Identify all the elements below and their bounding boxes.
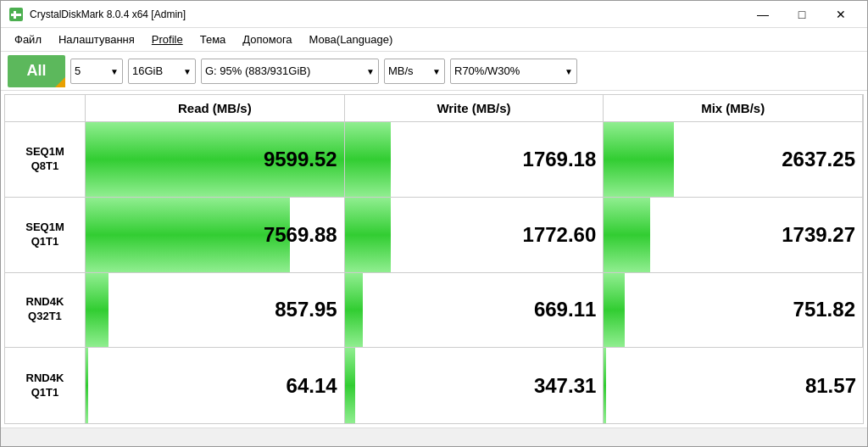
maximize-button[interactable]: □ xyxy=(782,1,821,28)
count-dropdown[interactable]: 5 ▼ xyxy=(70,59,123,84)
all-button[interactable]: All xyxy=(8,55,65,87)
size-chevron-icon: ▼ xyxy=(183,66,192,75)
header-write: Write (MB/s) xyxy=(345,95,604,122)
row-label-seq1m-q1t1: SEQ1MQ1T1 xyxy=(5,198,86,273)
header-read: Read (MB/s) xyxy=(86,95,345,122)
cell-rnd4k-q32t1-write: 669.11 xyxy=(345,273,604,349)
drive-dropdown[interactable]: G: 95% (883/931GiB) ▼ xyxy=(201,59,379,84)
app-window: CrystalDiskMark 8.0.4 x64 [Admin] — □ ✕ … xyxy=(0,0,868,447)
menu-settings[interactable]: Налаштування xyxy=(52,31,142,48)
unit-chevron-icon: ▼ xyxy=(432,66,441,75)
main-content: Read (MB/s) Write (MB/s) Mix (MB/s) SEQ1… xyxy=(1,91,867,427)
menubar: Файл Налаштування Profile Тема Допомога … xyxy=(1,28,867,52)
header-empty xyxy=(5,95,86,122)
header-mix: Mix (MB/s) xyxy=(604,95,863,122)
row-label-rnd4k-q32t1: RND4KQ32T1 xyxy=(5,273,86,349)
drive-chevron-icon: ▼ xyxy=(366,66,375,75)
cell-rnd4k-q1t1-write: 347.31 xyxy=(345,348,604,423)
titlebar: CrystalDiskMark 8.0.4 x64 [Admin] — □ ✕ xyxy=(1,1,867,28)
window-title: CrystalDiskMark 8.0.4 x64 [Admin] xyxy=(30,8,743,20)
menu-file[interactable]: Файл xyxy=(8,31,48,48)
results-table: Read (MB/s) Write (MB/s) Mix (MB/s) SEQ1… xyxy=(4,94,864,424)
profile-chevron-icon: ▼ xyxy=(565,66,573,75)
count-chevron-icon: ▼ xyxy=(110,66,119,75)
app-icon xyxy=(8,6,25,23)
cell-rnd4k-q32t1-read: 857.95 xyxy=(86,273,345,349)
cell-seq1m-q8t1-write: 1769.18 xyxy=(345,122,604,198)
minimize-button[interactable]: — xyxy=(743,1,782,28)
window-controls: — □ ✕ xyxy=(743,1,860,28)
cell-rnd4k-q1t1-read: 64.14 xyxy=(86,348,345,423)
cell-rnd4k-q1t1-mix: 81.57 xyxy=(604,348,863,423)
statusbar xyxy=(1,427,867,446)
cell-seq1m-q8t1-read: 9599.52 xyxy=(86,122,345,198)
cell-rnd4k-q32t1-mix: 751.82 xyxy=(604,273,863,349)
row-label-rnd4k-q1t1: RND4KQ1T1 xyxy=(5,348,86,423)
row-label-seq1m-q8t1: SEQ1MQ8T1 xyxy=(5,122,86,198)
menu-help[interactable]: Допомога xyxy=(236,31,298,48)
toolbar: All 5 ▼ 16GiB ▼ G: 95% (883/931GiB) ▼ MB… xyxy=(1,52,867,91)
menu-theme[interactable]: Тема xyxy=(193,31,233,48)
unit-dropdown[interactable]: MB/s ▼ xyxy=(384,59,445,84)
size-dropdown[interactable]: 16GiB ▼ xyxy=(128,59,196,84)
menu-profile[interactable]: Profile xyxy=(145,31,190,48)
svg-rect-2 xyxy=(14,11,16,19)
menu-language[interactable]: Мова(Language) xyxy=(303,31,400,48)
cell-seq1m-q1t1-write: 1772.60 xyxy=(345,198,604,273)
cell-seq1m-q1t1-read: 7569.88 xyxy=(86,198,345,273)
profile-dropdown[interactable]: R70%/W30% ▼ xyxy=(450,59,577,84)
cell-seq1m-q1t1-mix: 1739.27 xyxy=(604,198,863,273)
close-button[interactable]: ✕ xyxy=(821,1,860,28)
cell-seq1m-q8t1-mix: 2637.25 xyxy=(604,122,863,198)
